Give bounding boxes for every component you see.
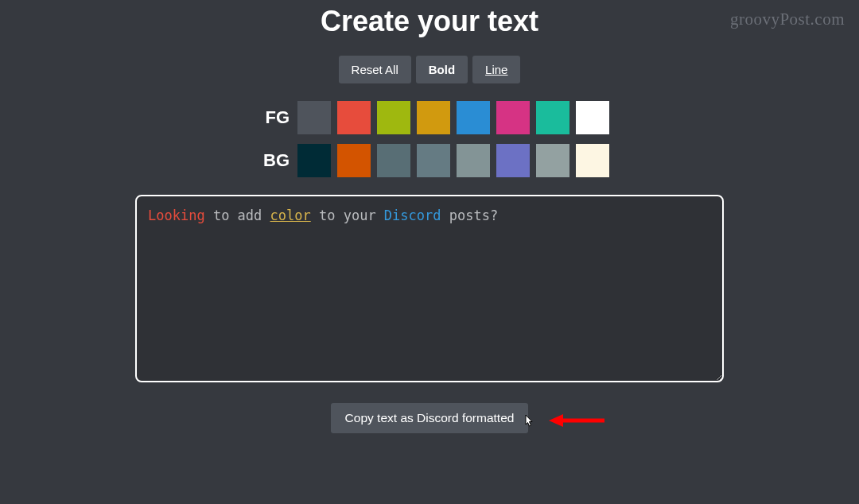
main-container: Create your text Reset All Bold Line FG … xyxy=(0,0,859,433)
arrow-annotation-icon xyxy=(549,412,604,429)
bg-swatch-2[interactable] xyxy=(377,144,410,177)
bg-swatch-4[interactable] xyxy=(457,144,490,177)
editor-segment: to your xyxy=(311,207,384,223)
bg-label: BG xyxy=(250,150,290,171)
bg-swatch-0[interactable] xyxy=(297,144,331,177)
underline-button[interactable]: Line xyxy=(472,56,520,83)
page-title: Create your text xyxy=(321,5,538,38)
watermark-text: groovyPost.com xyxy=(730,10,845,29)
editor-segment: Discord xyxy=(384,207,441,223)
bg-swatch-5[interactable] xyxy=(496,144,530,177)
bg-swatch-3[interactable] xyxy=(417,144,450,177)
bg-swatch-6[interactable] xyxy=(536,144,569,177)
fg-swatch-6[interactable] xyxy=(536,101,569,134)
reset-all-button[interactable]: Reset All xyxy=(339,56,411,83)
fg-swatch-5[interactable] xyxy=(496,101,530,134)
fg-swatch-1[interactable] xyxy=(337,101,371,134)
fg-swatch-group xyxy=(297,101,609,134)
bg-swatch-1[interactable] xyxy=(337,144,371,177)
fg-label: FG xyxy=(250,107,290,128)
fg-swatch-0[interactable] xyxy=(297,101,331,134)
bg-swatch-7[interactable] xyxy=(576,144,609,177)
fg-swatch-2[interactable] xyxy=(377,101,410,134)
bg-swatch-group xyxy=(297,144,609,177)
text-editor[interactable]: Looking to add color to your Discord pos… xyxy=(135,195,724,382)
copy-button[interactable]: Copy text as Discord formatted xyxy=(331,403,529,433)
editor-wrap: Looking to add color to your Discord pos… xyxy=(135,195,724,382)
fg-swatch-4[interactable] xyxy=(457,101,490,134)
svg-marker-1 xyxy=(549,414,563,427)
editor-segment: posts? xyxy=(441,207,499,223)
fg-palette-row: FG xyxy=(250,101,609,134)
editor-segment: to add xyxy=(205,207,270,223)
bold-button[interactable]: Bold xyxy=(416,56,468,83)
fg-swatch-7[interactable] xyxy=(576,101,609,134)
style-toolbar: Reset All Bold Line xyxy=(339,56,521,83)
copy-row: Copy text as Discord formatted xyxy=(135,403,724,433)
bg-palette-row: BG xyxy=(250,144,609,177)
fg-swatch-3[interactable] xyxy=(417,101,450,134)
editor-segment: Looking xyxy=(148,207,205,223)
editor-segment: color xyxy=(270,207,311,223)
